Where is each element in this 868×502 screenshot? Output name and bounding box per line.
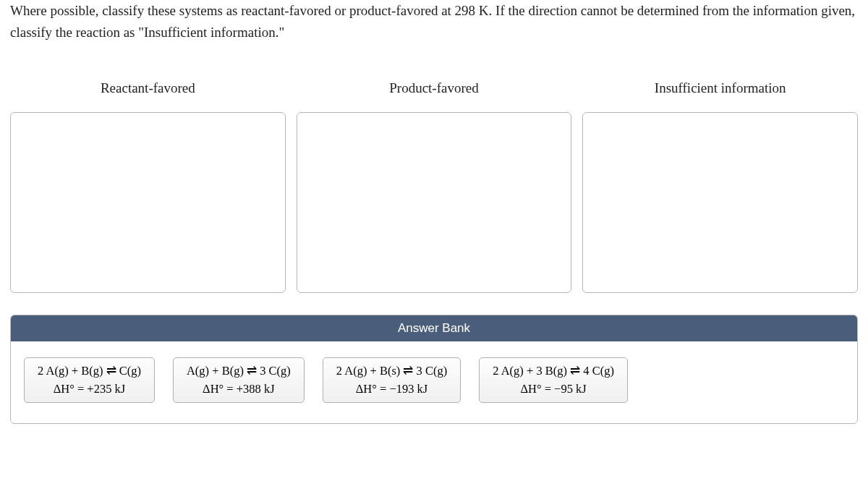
answer-item[interactable]: 2 A(g) + 3 B(g) ⇌ 4 C(g) ΔH° = −95 kJ: [479, 357, 628, 404]
categories-row: Reactant-favored Product-favored Insuffi…: [7, 80, 861, 293]
category-product-favored: Product-favored: [297, 80, 572, 293]
reaction-text: 2 A(g) + B(s) ⇌ 3 C(g): [336, 362, 447, 380]
drop-zone-product[interactable]: [297, 112, 572, 293]
question-text: Where possible, classify these systems a…: [7, 0, 861, 44]
drop-zone-insufficient[interactable]: [582, 112, 858, 293]
answer-item[interactable]: 2 A(g) + B(g) ⇌ C(g) ΔH° = +235 kJ: [24, 357, 155, 404]
drop-zone-reactant[interactable]: [10, 112, 286, 293]
enthalpy-text: ΔH° = +388 kJ: [187, 380, 291, 399]
answer-item[interactable]: A(g) + B(g) ⇌ 3 C(g) ΔH° = +388 kJ: [173, 357, 305, 404]
reaction-text: A(g) + B(g) ⇌ 3 C(g): [187, 362, 291, 380]
enthalpy-text: ΔH° = +235 kJ: [38, 380, 141, 399]
category-reactant-favored: Reactant-favored: [10, 80, 286, 293]
answer-bank-title: Answer Bank: [11, 315, 857, 341]
reaction-text: 2 A(g) + B(g) ⇌ C(g): [38, 362, 141, 380]
answer-bank: Answer Bank 2 A(g) + B(g) ⇌ C(g) ΔH° = +…: [10, 315, 858, 425]
category-insufficient: Insufficient information: [582, 80, 858, 293]
category-label: Insufficient information: [582, 80, 858, 96]
answer-item[interactable]: 2 A(g) + B(s) ⇌ 3 C(g) ΔH° = −193 kJ: [323, 357, 461, 404]
enthalpy-text: ΔH° = −95 kJ: [493, 380, 614, 399]
category-label: Reactant-favored: [10, 80, 286, 96]
reaction-text: 2 A(g) + 3 B(g) ⇌ 4 C(g): [493, 362, 614, 380]
category-label: Product-favored: [297, 80, 572, 96]
answer-bank-items: 2 A(g) + B(g) ⇌ C(g) ΔH° = +235 kJ A(g) …: [11, 341, 857, 424]
enthalpy-text: ΔH° = −193 kJ: [336, 380, 447, 399]
